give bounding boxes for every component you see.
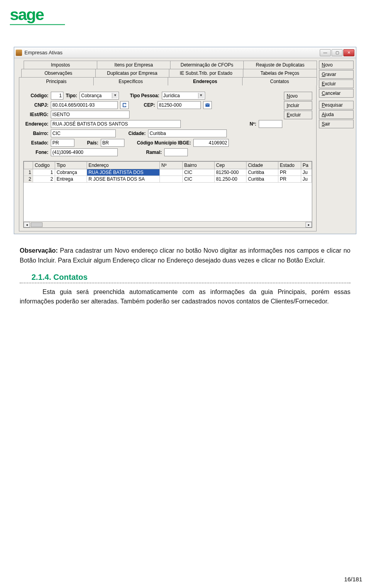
tab-enderecos[interactable]: Endereços <box>168 77 243 85</box>
estado-field[interactable]: PR <box>51 139 74 147</box>
numero-field[interactable] <box>259 120 282 128</box>
scroll-right-icon[interactable]: ▸ <box>306 222 312 227</box>
tab-itens-por-empresa[interactable]: Itens por Empresa <box>97 61 170 69</box>
label-cod-ibge: Código Município IBGE: <box>137 140 191 146</box>
maximize-button[interactable]: ▢ <box>332 49 343 56</box>
label-bairro: Bairro: <box>23 131 48 136</box>
section-heading-contatos: 2.1.4. Contatos <box>32 273 362 282</box>
tab-especificos[interactable]: Específicos <box>93 77 168 85</box>
cnpj-field[interactable]: 80.014.665/0001-93 <box>51 101 118 109</box>
enderecos-panel: Código: 1 Tipo: Cobrança Tipo Pessoa: Ju… <box>19 85 317 231</box>
pais-field[interactable]: BR <box>101 139 124 147</box>
label-endereco: Endereço: <box>23 121 48 127</box>
scroll-left-icon[interactable]: ◂ <box>24 222 30 227</box>
bairro-field[interactable]: CIC <box>51 129 116 137</box>
scroll-thumb[interactable] <box>31 222 43 227</box>
label-cep: CEP: <box>144 102 155 108</box>
tab-determinacao-cfops[interactable]: Determinação de CFOPs <box>170 61 244 69</box>
paragraph-observacao: Observação: Para cadastrar um Novo ender… <box>20 246 350 266</box>
ajuda-button[interactable]: Ajuda <box>319 110 354 119</box>
window-titlebar: Empresas Ativas — ▢ ✕ <box>14 47 356 58</box>
sage-logo: sage <box>10 6 362 27</box>
svg-text:sage: sage <box>10 6 44 24</box>
action-sidebar: Novo Gravar Excluir Cancelar Pesquisar A… <box>319 61 354 231</box>
tab-duplicatas-por-empresa[interactable]: Duplicatas por Empresa <box>95 69 170 77</box>
tab-principais[interactable]: Principais <box>19 77 94 85</box>
gravar-button[interactable]: Gravar <box>319 70 354 79</box>
consult-cnpj-icon[interactable] <box>120 101 129 109</box>
tab-observacoes[interactable]: Observações <box>21 69 96 77</box>
label-cidade: Cidade: <box>128 131 146 136</box>
cep-field[interactable]: 81250-000 <box>158 101 201 109</box>
tab-ie-subst-trib[interactable]: IE Subst.Trib. por Estado <box>169 69 243 77</box>
tipo-pessoa-select[interactable]: Jurídica <box>162 92 205 100</box>
label-fone: Fone: <box>23 150 48 155</box>
tab-tabelas-precos[interactable]: Tabelas de Preços <box>243 69 317 77</box>
page-number: 16/181 <box>344 576 362 582</box>
codigo-field[interactable]: 1 <box>51 92 63 100</box>
label-ramal: Ramal: <box>146 150 162 155</box>
grid-header-row: Codigo Tipo Endereço Nº Bairro Cep Cidad… <box>24 162 312 169</box>
tab-impostos[interactable]: Impostos <box>24 61 97 69</box>
label-iest: IEst/RG: <box>23 112 48 117</box>
paragraph-contatos: Esta guia será preenchida automaticament… <box>20 287 350 307</box>
application-screenshot: Empresas Ativas — ▢ ✕ Impostos Itens por… <box>14 47 356 234</box>
sair-button[interactable]: Sair <box>319 120 354 128</box>
window-icon <box>16 50 22 56</box>
tab-contatos[interactable]: Contatos <box>242 77 317 85</box>
label-estado: Estado: <box>23 140 48 146</box>
cancelar-button[interactable]: Cancelar <box>319 89 354 98</box>
endereco-field[interactable]: RUA JOSÉ BATISTA DOS SANTOS <box>51 120 181 128</box>
consult-cep-icon[interactable] <box>203 101 212 109</box>
enderecos-grid[interactable]: Codigo Tipo Endereço Nº Bairro Cep Cidad… <box>23 161 312 228</box>
grid-row[interactable]: 1 1 Cobrança RUA JOSÉ BATISTA DOS CIC 81… <box>24 169 312 176</box>
grid-horizontal-scrollbar[interactable]: ◂ ▸ <box>24 221 312 227</box>
label-cnpj: CNPJ: <box>23 102 48 108</box>
label-numero: Nº: <box>250 121 256 127</box>
iest-field[interactable]: ISENTO <box>51 111 130 118</box>
window-title: Empresas Ativas <box>24 50 320 55</box>
inner-novo-button[interactable]: Novo <box>284 92 312 100</box>
tab-reajuste-duplicatas[interactable]: Reajuste de Duplicatas <box>243 61 317 69</box>
label-tipo: Tipo: <box>66 93 77 98</box>
label-pais: País: <box>87 140 98 146</box>
tipo-select[interactable]: Cobrança <box>80 92 119 100</box>
fone-field[interactable]: (41)3096-4900 <box>51 148 118 156</box>
label-tipo-pessoa: Tipo Pessoa: <box>130 93 159 98</box>
ramal-field[interactable] <box>164 148 188 156</box>
minimize-button[interactable]: — <box>320 49 331 56</box>
cidade-field[interactable]: Curitiba <box>148 129 227 137</box>
pesquisar-button[interactable]: Pesquisar <box>319 101 354 109</box>
inner-excluir-button[interactable]: Excluir <box>284 111 312 119</box>
grid-row[interactable]: 2 2 Entrega R JOSE BATISTA DOS SA CIC 81… <box>24 176 312 183</box>
label-codigo: Código: <box>23 93 48 98</box>
close-button[interactable]: ✕ <box>343 49 354 56</box>
section-divider <box>20 283 350 283</box>
novo-button[interactable]: Novo <box>319 61 354 69</box>
inner-incluir-button[interactable]: Incluir <box>284 101 312 110</box>
excluir-button[interactable]: Excluir <box>319 80 354 88</box>
window-empresas-ativas: Empresas Ativas — ▢ ✕ Impostos Itens por… <box>14 47 356 234</box>
cod-ibge-field[interactable]: 4106902 <box>193 139 229 147</box>
